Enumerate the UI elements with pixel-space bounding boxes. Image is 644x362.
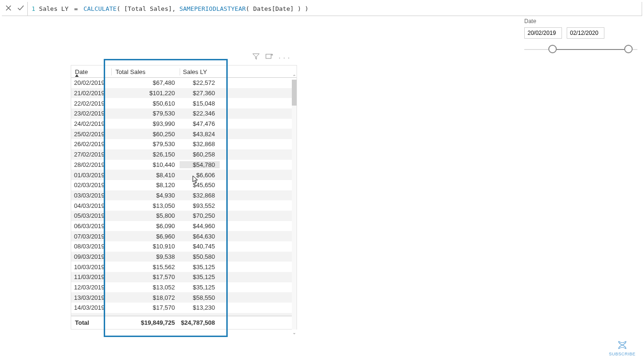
table-visual[interactable]: Date Total Sales Sales LY 20/02/2019$67,… — [71, 65, 297, 329]
subscribe-label: SUBSCRIBE — [609, 352, 636, 356]
table-row[interactable]: 24/02/2019$93,990$47,476 — [71, 119, 297, 129]
scroll-thumb[interactable] — [292, 80, 297, 106]
close-icon — [5, 4, 12, 12]
cell-total: $60,250 — [111, 131, 180, 138]
header-sales-ly[interactable]: Sales LY — [180, 68, 220, 75]
slider-handle-start[interactable] — [548, 45, 557, 53]
tok-calculate: CALCULATE — [83, 5, 116, 12]
focus-icon — [265, 53, 273, 60]
cell-date: 10/03/2019 — [71, 263, 111, 271]
cell-total: $17,570 — [111, 273, 180, 280]
scrollbar[interactable]: ⌃ ⌄ — [292, 80, 297, 329]
table-row[interactable]: 15/03/2019$14,056$10,710 — [71, 313, 297, 316]
table-row[interactable]: 08/03/2019$10,910$40,745 — [71, 241, 297, 252]
cell-total: $101,220 — [111, 90, 180, 97]
visual-toolbar: · · · — [252, 53, 290, 62]
cell-date: 14/03/2019 — [71, 304, 111, 311]
formula-line-number: 1 — [32, 5, 35, 12]
table-row[interactable]: 20/02/2019$67,480$22,572 — [71, 78, 297, 88]
table-row[interactable]: 25/02/2019$60,250$43,824 — [71, 129, 297, 139]
tok-sply: SAMEPERIODLASTYEAR — [179, 5, 246, 12]
cell-date: 20/02/2019 — [71, 79, 111, 86]
scroll-up-icon[interactable]: ⌃ — [292, 74, 296, 79]
cell-ly: $35,125 — [180, 273, 220, 280]
cell-ly: $32,868 — [180, 140, 220, 148]
formula-input[interactable]: 1 Sales LY = CALCULATE ( [Total Sales] ,… — [27, 2, 642, 16]
cell-total: $79,530 — [111, 140, 180, 148]
date-slicer: Date — [524, 18, 637, 50]
cell-ly: $22,346 — [180, 110, 220, 117]
cell-ly: $35,125 — [180, 263, 220, 271]
scroll-down-icon[interactable]: ⌄ — [292, 330, 296, 335]
header-date[interactable]: Date — [71, 68, 111, 75]
cell-date: 24/02/2019 — [71, 120, 111, 127]
table-row[interactable]: 02/03/2019$8,120$45,650 — [71, 180, 297, 190]
cell-ly: $58,550 — [180, 294, 220, 301]
slicer-start-input[interactable] — [524, 27, 562, 39]
table-row[interactable]: 11/03/2019$17,570$35,125 — [71, 272, 297, 282]
cell-date: 04/03/2019 — [71, 202, 111, 209]
slider-handle-end[interactable] — [624, 45, 633, 53]
focus-mode-button[interactable] — [265, 53, 273, 62]
table-row[interactable]: 04/03/2019$13,050$93,552 — [71, 200, 297, 211]
more-options-button[interactable]: · · · — [279, 54, 290, 61]
cell-date: 08/03/2019 — [71, 243, 111, 250]
cell-total: $26,150 — [111, 151, 180, 158]
cell-ly: $44,960 — [180, 222, 220, 230]
slicer-end-input[interactable] — [567, 27, 604, 39]
cancel-formula-button[interactable] — [5, 4, 12, 13]
slider-fill — [553, 49, 628, 50]
table-row[interactable]: 03/03/2019$4,930$32,868 — [71, 190, 297, 201]
cell-date: 01/03/2019 — [71, 172, 111, 179]
check-icon — [17, 4, 25, 12]
cell-date: 21/02/2019 — [71, 90, 111, 97]
cell-ly: $93,552 — [180, 202, 220, 209]
cell-date: 26/02/2019 — [71, 140, 111, 148]
cell-total: $10,910 — [111, 243, 180, 250]
table-row[interactable]: 10/03/2019$15,562$35,125 — [71, 262, 297, 272]
cell-ly: $22,572 — [180, 79, 220, 86]
cell-ly: $70,250 — [180, 212, 220, 219]
tok-paren-open2: ( — [246, 5, 249, 12]
tok-paren-close1: ) — [305, 5, 309, 12]
cell-total: $8,120 — [111, 181, 180, 189]
table-row[interactable]: 06/03/2019$6,090$44,960 — [71, 221, 297, 231]
subscribe-watermark: SUBSCRIBE — [609, 339, 636, 356]
table-row[interactable]: 14/03/2019$17,570$13,230 — [71, 303, 297, 313]
commit-formula-button[interactable] — [17, 4, 25, 13]
cell-total: $14,056 — [111, 314, 180, 316]
tok-paren-open: ( — [116, 5, 120, 12]
slicer-slider[interactable] — [524, 49, 637, 50]
svg-rect-0 — [266, 54, 271, 58]
tok-comma: , — [172, 5, 180, 12]
cell-date: 03/03/2019 — [71, 192, 111, 199]
table-row[interactable]: 23/02/2019$79,530$22,346 — [71, 108, 297, 119]
cell-date: 02/03/2019 — [71, 181, 111, 189]
cell-date: 05/03/2019 — [71, 212, 111, 219]
table-row[interactable]: 26/02/2019$79,530$32,868 — [71, 139, 297, 149]
header-total-sales[interactable]: Total Sales — [111, 68, 180, 75]
table-row[interactable]: 12/03/2019$13,052$35,125 — [71, 282, 297, 293]
cell-ly: $13,230 — [180, 304, 220, 311]
cell-ly: $45,650 — [180, 181, 220, 189]
table-row[interactable]: 27/02/2019$26,150$60,258 — [71, 149, 297, 160]
cell-date: 22/02/2019 — [71, 100, 111, 107]
table-row[interactable]: 22/02/2019$50,610$15,048 — [71, 98, 297, 108]
cell-total: $13,052 — [111, 284, 180, 291]
filter-button[interactable] — [252, 53, 260, 62]
table-row[interactable]: 21/02/2019$101,220$27,360 — [71, 88, 297, 99]
table-row[interactable]: 07/03/2019$6,960$64,630 — [71, 231, 297, 241]
cell-ly: $64,630 — [180, 233, 220, 240]
cell-total: $6,960 — [111, 233, 180, 240]
slicer-title: Date — [524, 18, 637, 25]
cell-date: 09/03/2019 — [71, 253, 111, 260]
formula-actions — [2, 4, 27, 13]
cell-date: 15/03/2019 — [71, 314, 111, 316]
table-row[interactable]: 28/02/2019$10,440$54,780 — [71, 160, 297, 170]
tok-paren-close2: ) — [297, 5, 301, 12]
table-row[interactable]: 05/03/2019$5,800$70,250 — [71, 211, 297, 221]
tok-dates-date: Dates[Date] — [249, 5, 297, 12]
table-row[interactable]: 13/03/2019$18,072$58,550 — [71, 292, 297, 303]
table-row[interactable]: 01/03/2019$8,410$6,606 — [71, 170, 297, 180]
table-row[interactable]: 09/03/2019$9,538$50,580 — [71, 252, 297, 262]
